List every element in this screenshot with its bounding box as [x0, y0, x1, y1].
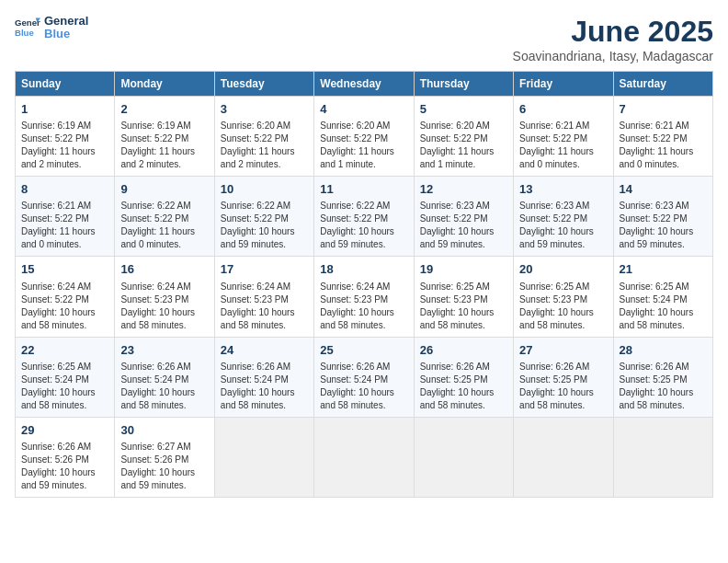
day-number: 19: [420, 261, 507, 278]
day-number: 8: [21, 181, 108, 198]
title-area: June 2025 Soavinandriana, Itasy, Madagas…: [513, 15, 713, 63]
day-info: Sunset: 5:22 PM: [620, 132, 707, 145]
day-info: Sunrise: 6:26 AM: [221, 361, 308, 373]
day-number: 9: [120, 181, 208, 198]
day-info: Daylight: 10 hours and 58 minutes.: [420, 306, 507, 332]
day-number: 26: [420, 342, 507, 359]
day-cell: 4Sunrise: 6:20 AMSunset: 5:22 PMDaylight…: [314, 97, 414, 177]
day-info: Sunrise: 6:21 AM: [21, 200, 108, 213]
day-info: Sunrise: 6:21 AM: [620, 120, 707, 132]
day-cell: [314, 417, 414, 497]
day-info: Sunset: 5:22 PM: [21, 213, 108, 225]
day-info: Sunrise: 6:20 AM: [320, 120, 407, 132]
day-info: Sunrise: 6:23 AM: [620, 200, 707, 213]
col-header-monday: Monday: [115, 72, 214, 97]
day-number: 17: [221, 261, 308, 278]
day-info: Sunset: 5:22 PM: [420, 132, 507, 145]
day-info: Daylight: 10 hours and 58 minutes.: [620, 306, 707, 332]
day-info: Sunset: 5:24 PM: [320, 373, 407, 386]
day-number: 23: [120, 342, 208, 359]
logo-line2: Blue: [44, 28, 88, 40]
day-cell: 3Sunrise: 6:20 AMSunset: 5:22 PMDaylight…: [214, 97, 313, 177]
day-number: 4: [320, 101, 407, 118]
day-info: Daylight: 11 hours and 0 minutes.: [620, 145, 707, 171]
day-info: Daylight: 10 hours and 58 minutes.: [21, 386, 108, 412]
day-cell: 26Sunrise: 6:26 AMSunset: 5:25 PMDayligh…: [414, 337, 513, 417]
day-info: Sunrise: 6:24 AM: [320, 281, 407, 293]
day-info: Sunrise: 6:23 AM: [420, 200, 507, 213]
header-row: SundayMondayTuesdayWednesdayThursdayFrid…: [16, 72, 713, 97]
day-cell: 24Sunrise: 6:26 AMSunset: 5:24 PMDayligh…: [214, 337, 313, 417]
col-header-friday: Friday: [514, 72, 613, 97]
day-number: 16: [120, 261, 208, 278]
day-info: Sunrise: 6:24 AM: [120, 281, 208, 293]
day-info: Daylight: 11 hours and 0 minutes.: [21, 225, 108, 251]
day-info: Daylight: 10 hours and 58 minutes.: [221, 306, 308, 332]
day-info: Daylight: 10 hours and 58 minutes.: [320, 306, 407, 332]
day-number: 15: [21, 261, 108, 278]
day-info: Daylight: 10 hours and 59 minutes.: [21, 466, 108, 492]
day-number: 21: [620, 261, 707, 278]
day-cell: 9Sunrise: 6:22 AMSunset: 5:22 PMDaylight…: [115, 177, 214, 257]
day-info: Sunrise: 6:26 AM: [320, 361, 407, 373]
day-number: 13: [519, 181, 607, 198]
day-cell: 21Sunrise: 6:25 AMSunset: 5:24 PMDayligh…: [613, 257, 712, 337]
day-cell: 17Sunrise: 6:24 AMSunset: 5:23 PMDayligh…: [214, 257, 313, 337]
week-row-1: 1Sunrise: 6:19 AMSunset: 5:22 PMDaylight…: [16, 97, 713, 177]
day-cell: 8Sunrise: 6:21 AMSunset: 5:22 PMDaylight…: [16, 177, 115, 257]
day-cell: 20Sunrise: 6:25 AMSunset: 5:23 PMDayligh…: [514, 257, 613, 337]
day-info: Sunset: 5:22 PM: [519, 132, 607, 145]
day-cell: 19Sunrise: 6:25 AMSunset: 5:23 PMDayligh…: [414, 257, 513, 337]
day-number: 22: [21, 342, 108, 359]
day-info: Sunset: 5:22 PM: [320, 132, 407, 145]
week-row-2: 8Sunrise: 6:21 AMSunset: 5:22 PMDaylight…: [16, 177, 713, 257]
day-info: Sunset: 5:23 PM: [120, 293, 208, 306]
logo: General Blue General Blue: [15, 15, 88, 41]
calendar-table: SundayMondayTuesdayWednesdayThursdayFrid…: [15, 71, 713, 498]
day-info: Sunset: 5:23 PM: [320, 293, 407, 306]
day-cell: [514, 417, 613, 497]
day-cell: [613, 417, 712, 497]
day-info: Daylight: 11 hours and 2 minutes.: [221, 145, 308, 171]
day-number: 14: [620, 181, 707, 198]
day-cell: 30Sunrise: 6:27 AMSunset: 5:26 PMDayligh…: [115, 417, 214, 497]
col-header-thursday: Thursday: [414, 72, 513, 97]
day-info: Sunset: 5:22 PM: [21, 293, 108, 306]
day-cell: 12Sunrise: 6:23 AMSunset: 5:22 PMDayligh…: [414, 177, 513, 257]
day-info: Sunset: 5:24 PM: [221, 373, 308, 386]
day-number: 10: [221, 181, 308, 198]
day-cell: 7Sunrise: 6:21 AMSunset: 5:22 PMDaylight…: [613, 97, 712, 177]
logo-line1: General: [44, 15, 88, 28]
day-info: Sunset: 5:23 PM: [221, 293, 308, 306]
day-info: Sunrise: 6:26 AM: [420, 361, 507, 373]
day-info: Sunset: 5:25 PM: [420, 373, 507, 386]
day-info: Sunrise: 6:26 AM: [519, 361, 607, 373]
day-info: Sunset: 5:22 PM: [21, 132, 108, 145]
day-number: 30: [120, 422, 208, 439]
day-info: Daylight: 10 hours and 59 minutes.: [221, 225, 308, 251]
main-title: June 2025: [513, 15, 713, 49]
col-header-wednesday: Wednesday: [314, 72, 414, 97]
day-cell: 14Sunrise: 6:23 AMSunset: 5:22 PMDayligh…: [613, 177, 712, 257]
day-info: Sunrise: 6:26 AM: [620, 361, 707, 373]
col-header-tuesday: Tuesday: [214, 72, 313, 97]
day-cell: 5Sunrise: 6:20 AMSunset: 5:22 PMDaylight…: [414, 97, 513, 177]
svg-text:Blue: Blue: [15, 28, 34, 38]
day-info: Daylight: 11 hours and 0 minutes.: [519, 145, 607, 171]
day-info: Sunrise: 6:22 AM: [221, 200, 308, 213]
day-info: Daylight: 10 hours and 59 minutes.: [620, 225, 707, 251]
day-cell: 13Sunrise: 6:23 AMSunset: 5:22 PMDayligh…: [514, 177, 613, 257]
day-cell: 1Sunrise: 6:19 AMSunset: 5:22 PMDaylight…: [16, 97, 115, 177]
day-cell: 28Sunrise: 6:26 AMSunset: 5:25 PMDayligh…: [613, 337, 712, 417]
day-number: 2: [120, 101, 208, 118]
day-number: 11: [320, 181, 407, 198]
day-number: 29: [21, 422, 108, 439]
day-info: Sunrise: 6:20 AM: [420, 120, 507, 132]
day-cell: 11Sunrise: 6:22 AMSunset: 5:22 PMDayligh…: [314, 177, 414, 257]
day-info: Sunset: 5:22 PM: [221, 213, 308, 225]
day-info: Sunrise: 6:26 AM: [21, 441, 108, 454]
day-number: 25: [320, 342, 407, 359]
day-number: 27: [519, 342, 607, 359]
day-cell: 25Sunrise: 6:26 AMSunset: 5:24 PMDayligh…: [314, 337, 414, 417]
day-info: Daylight: 10 hours and 59 minutes.: [320, 225, 407, 251]
